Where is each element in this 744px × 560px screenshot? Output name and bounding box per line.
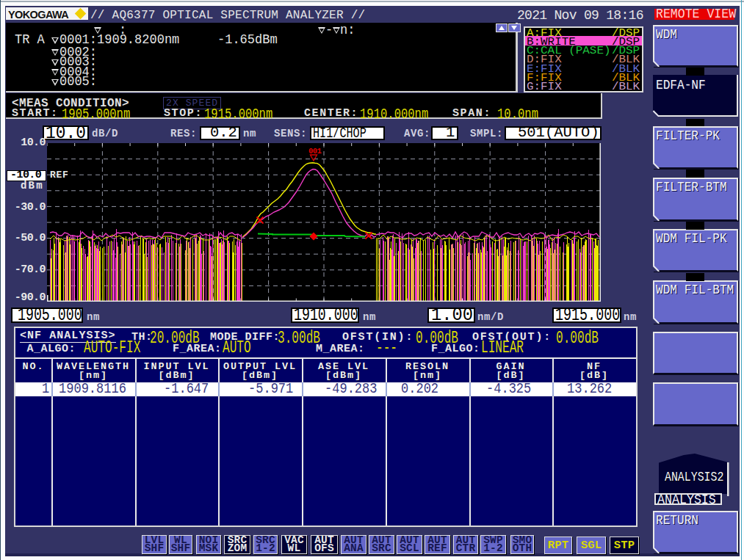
svg-text:REF: REF: [50, 170, 69, 181]
svg-text:001: 001: [308, 147, 322, 156]
